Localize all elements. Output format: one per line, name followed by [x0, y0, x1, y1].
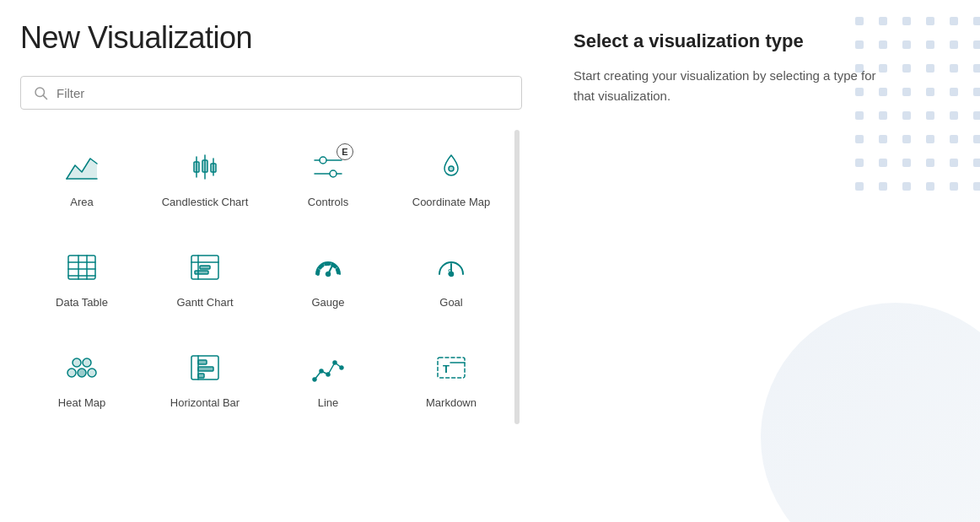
heat-map-label: Heat Map [58, 396, 105, 411]
viz-item-area[interactable]: Area [20, 130, 143, 223]
dot-decoration [902, 135, 911, 143]
dot-decoration [950, 159, 958, 167]
dot-decoration [879, 40, 887, 49]
dot-decoration [926, 40, 934, 49]
svg-point-45 [340, 366, 343, 369]
dot-decoration [926, 88, 934, 96]
svg-rect-40 [198, 374, 204, 378]
area-label: Area [70, 196, 93, 210]
data-table-icon [62, 247, 102, 288]
controls-badge: E [337, 143, 353, 160]
circle-decoration [761, 303, 980, 522]
search-icon [33, 85, 48, 100]
dot-decoration [855, 88, 864, 96]
dot-decoration [879, 135, 887, 143]
dot-decoration [926, 159, 934, 167]
svg-point-41 [313, 378, 316, 381]
svg-point-32 [83, 358, 91, 367]
dot-decoration [973, 135, 980, 143]
dot-decoration [902, 17, 911, 25]
dot-decoration [855, 64, 864, 73]
controls-icon: E [308, 147, 348, 187]
goal-icon: 8 [431, 247, 471, 288]
svg-rect-25 [195, 271, 208, 274]
dot-decoration [902, 111, 911, 120]
gantt-chart-label: Gantt Chart [176, 296, 233, 310]
left-panel: New Visualization Area Candlestick Chart… [0, 0, 540, 522]
dot-decoration [926, 17, 934, 25]
dot-decoration [855, 111, 864, 120]
svg-line-1 [43, 95, 46, 99]
dot-decoration [950, 17, 958, 25]
dot-decoration [973, 88, 980, 96]
svg-rect-38 [198, 360, 207, 364]
svg-marker-2 [67, 159, 97, 179]
dot-decoration [926, 64, 934, 73]
viz-item-heat-map[interactable]: Heat Map [20, 331, 143, 424]
dot-decoration [926, 135, 934, 143]
viz-item-markdown[interactable]: T Markdown [390, 331, 513, 424]
horizontal-bar-icon [185, 347, 225, 388]
viz-item-data-table[interactable]: Data Table [20, 230, 143, 324]
candlestick-chart-icon [185, 147, 225, 187]
viz-item-horizontal-bar[interactable]: Horizontal Bar [143, 331, 267, 424]
svg-point-13 [330, 170, 337, 177]
svg-rect-9 [211, 164, 216, 172]
dot-decoration [902, 88, 911, 96]
filter-input[interactable] [57, 86, 509, 100]
dot-decoration [879, 88, 887, 96]
svg-point-27 [326, 272, 331, 276]
dot-decoration [855, 159, 864, 167]
goal-label: Goal [439, 296, 462, 310]
right-panel: Select a visualization type Start creati… [540, 0, 980, 522]
candlestick-chart-label: Candlestick Chart [162, 196, 249, 210]
svg-point-30 [450, 272, 454, 276]
horizontal-bar-label: Horizontal Bar [170, 396, 240, 411]
viz-item-gantt-chart[interactable]: Gantt Chart [143, 230, 267, 324]
line-icon [308, 347, 348, 388]
dot-decoration [950, 111, 958, 120]
markdown-label: Markdown [426, 396, 477, 411]
viz-item-line[interactable]: Line [267, 331, 390, 424]
viz-item-controls[interactable]: EControls [267, 130, 390, 223]
dot-decoration [902, 159, 911, 167]
dot-decoration [902, 40, 911, 49]
heat-map-icon [62, 347, 102, 388]
dot-decoration [973, 17, 980, 25]
viz-item-gauge[interactable]: Gauge [267, 230, 390, 324]
dot-decoration [973, 111, 980, 120]
svg-point-33 [67, 369, 76, 377]
dot-decoration [855, 182, 864, 191]
svg-text:T: T [443, 363, 450, 375]
svg-point-44 [333, 361, 337, 364]
gauge-icon [308, 247, 348, 288]
svg-point-43 [326, 373, 330, 376]
svg-point-14 [449, 166, 454, 171]
dot-decoration [950, 135, 958, 143]
dot-decoration [855, 17, 864, 25]
svg-rect-7 [202, 160, 207, 172]
right-panel-description: Start creating your visualization by sel… [573, 66, 894, 106]
dot-decoration [950, 40, 958, 49]
coordinate-map-label: Coordinate Map [412, 196, 491, 210]
dot-decoration [879, 159, 887, 167]
dot-decoration [950, 88, 958, 96]
viz-item-coordinate-map[interactable]: Coordinate Map [390, 130, 513, 223]
dot-grid-decoration [855, 17, 980, 197]
visualization-grid: Area Candlestick Chart EControls Coordin… [20, 130, 520, 424]
dot-decoration [973, 64, 980, 73]
dot-decoration [855, 40, 864, 49]
svg-point-11 [320, 157, 326, 164]
viz-item-goal[interactable]: 8 Goal [390, 230, 513, 324]
dot-decoration [879, 111, 887, 120]
dot-decoration [926, 111, 934, 120]
dot-decoration [973, 182, 980, 191]
gantt-chart-icon [185, 247, 225, 288]
svg-rect-5 [194, 162, 199, 172]
dot-decoration [879, 182, 887, 191]
dot-decoration [879, 17, 887, 25]
dot-decoration [902, 64, 911, 73]
markdown-icon: T [431, 347, 471, 388]
svg-rect-24 [200, 266, 210, 269]
viz-item-candlestick-chart[interactable]: Candlestick Chart [143, 130, 267, 223]
